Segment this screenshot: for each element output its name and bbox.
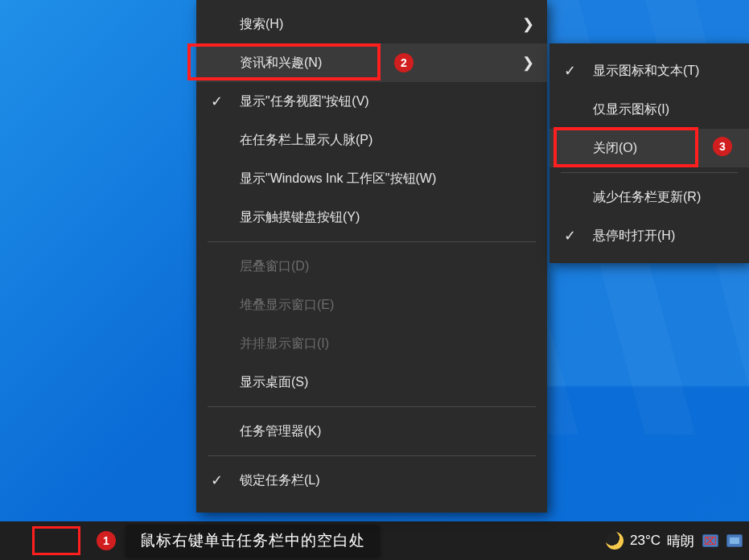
menu-item-label: 显示"Windows Ink 工作区"按钮(W) [240,171,436,187]
menu-item-label: 显示桌面(S) [240,374,308,391]
weather-temperature: 23°C [630,533,661,549]
menu-item-label: 搜索(H) [240,16,283,33]
menu-separator [208,406,536,407]
menu-item-cascade-windows: 层叠窗口(D) [196,247,547,286]
submenu-item-icon-only[interactable]: 仅显示图标(I) [549,90,749,129]
menu-separator [208,241,536,242]
taskbar-weather-widget[interactable]: 23°C 晴朗 [606,532,694,550]
tray-icon-monitor[interactable] [726,534,743,547]
check-icon: ✓ [211,93,223,110]
instruction-text: 鼠标右键单击任务栏中的空白处 [140,530,365,551]
taskbar-context-menu: 搜索(H) ❯ 资讯和兴趣(N) ❯ ✓ 显示"任务视图"按钮(V) 在任务栏上… [196,0,547,513]
menu-item-label: 锁定任务栏(L) [240,472,320,489]
menu-item-label: 任务管理器(K) [240,423,321,440]
menu-item-label: 显示图标和文本(T) [593,63,699,80]
menu-item-label: 仅显示图标(I) [593,101,669,118]
submenu-item-reduce-updates[interactable]: 减少任务栏更新(R) [549,178,749,216]
menu-item-show-taskview[interactable]: ✓ 显示"任务视图"按钮(V) [196,82,547,121]
menu-item-label: 层叠窗口(D) [240,258,309,275]
menu-item-show-people[interactable]: 在任务栏上显示人脉(P) [196,121,547,159]
menu-item-task-manager[interactable]: 任务管理器(K) [196,412,547,451]
menu-item-label: 在任务栏上显示人脉(P) [240,132,372,149]
menu-item-label: 显示"任务视图"按钮(V) [240,93,369,110]
taskbar-notification-area: 23°C 晴朗 [606,521,743,560]
menu-item-stack-windows: 堆叠显示窗口(E) [196,286,547,324]
menu-separator [561,172,738,173]
submenu-item-show-icon-text[interactable]: ✓ 显示图标和文本(T) [549,51,749,90]
submenu-item-open-on-hover[interactable]: ✓ 悬停时打开(H) [549,216,749,255]
annotation-badge-2: 2 [394,53,414,72]
menu-item-label: 减少任务栏更新(R) [593,189,701,206]
chevron-right-icon: ❯ [522,54,534,72]
annotation-highlight-taskbar-empty-area [32,526,80,555]
check-icon: ✓ [211,471,223,489]
menu-separator [208,455,536,456]
weather-condition: 晴朗 [667,532,694,550]
menu-item-search[interactable]: 搜索(H) ❯ [196,5,547,43]
annotation-badge-3: 3 [713,137,732,156]
check-icon: ✓ [564,227,576,245]
menu-item-show-desktop[interactable]: 显示桌面(S) [196,363,547,401]
check-icon: ✓ [564,62,576,80]
menu-item-label: 资讯和兴趣(N) [240,55,322,72]
menu-item-label: 显示触摸键盘按钮(Y) [240,209,360,226]
menu-item-lock-taskbar[interactable]: ✓ 锁定任务栏(L) [196,461,547,500]
menu-item-show-touch-keyboard[interactable]: 显示触摸键盘按钮(Y) [196,198,547,237]
annotation-instruction-tooltip: 鼠标右键单击任务栏中的空白处 [126,525,380,557]
menu-item-side-by-side-windows: 并排显示窗口(I) [196,324,547,363]
menu-item-show-ink[interactable]: 显示"Windows Ink 工作区"按钮(W) [196,159,547,198]
moon-icon [606,532,623,550]
tray-icon-blocked[interactable] [702,534,718,547]
menu-item-label: 关闭(O) [593,140,637,157]
annotation-badge-1: 1 [97,531,116,550]
menu-item-label: 并排显示窗口(I) [240,336,329,352]
chevron-right-icon: ❯ [522,15,534,33]
menu-item-news-interests[interactable]: 资讯和兴趣(N) ❯ [196,43,547,82]
menu-item-label: 悬停时打开(H) [593,228,675,245]
menu-item-label: 堆叠显示窗口(E) [240,297,334,314]
